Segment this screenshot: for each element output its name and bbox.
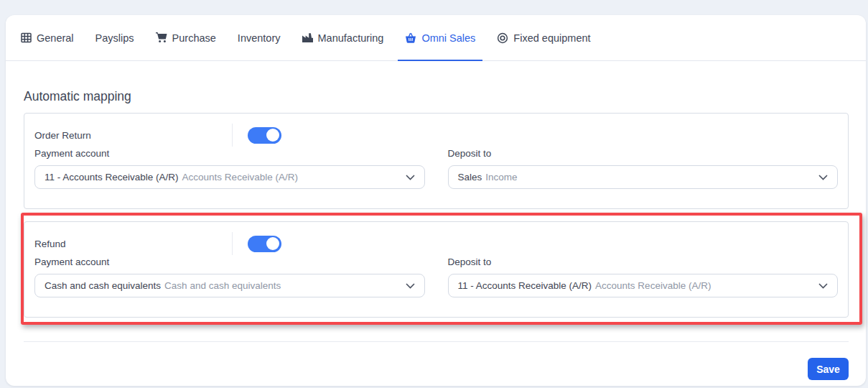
order-return-toggle[interactable] — [248, 127, 281, 144]
chevron-down-icon — [406, 283, 415, 289]
tab-label: General — [37, 32, 74, 44]
toggle-knob — [266, 237, 279, 250]
basket-icon — [405, 32, 416, 43]
select-secondary: Cash and cash equivalents — [164, 280, 281, 291]
select-secondary: Income — [485, 172, 517, 183]
refund-card-annotated-area: Refund Payment account Cash and cash equ… — [24, 221, 849, 318]
select-secondary: Accounts Receivable (A/R) — [595, 280, 711, 291]
tab-label: Fixed equipment — [513, 32, 590, 44]
payment-account-label: Payment account — [34, 148, 425, 159]
refund-toggle[interactable] — [248, 236, 281, 252]
payment-account-select[interactable]: Cash and cash equivalents Cash and cash … — [34, 274, 425, 297]
page-title: Automatic mapping — [24, 89, 849, 104]
tab-purchase[interactable]: Purchase — [149, 15, 223, 60]
payment-account-label: Payment account — [34, 257, 425, 267]
select-secondary: Accounts Receivable (A/R) — [182, 172, 298, 183]
tab-label: Payslips — [95, 32, 134, 44]
tab-label: Manufacturing — [318, 32, 384, 44]
deposit-to-select[interactable]: 11 - Accounts Receivable (A/R) Accounts … — [448, 274, 839, 297]
refund-card: Refund Payment account Cash and cash equ… — [24, 221, 849, 318]
factory-icon — [302, 32, 313, 43]
chevron-down-icon — [818, 175, 828, 180]
deposit-to-label: Deposit to — [448, 148, 839, 159]
toggle-knob — [266, 129, 279, 142]
cart-icon — [156, 32, 167, 43]
divider — [24, 341, 849, 342]
order-return-label: Order Return — [34, 130, 232, 141]
select-value: 11 - Accounts Receivable (A/R) — [458, 280, 592, 291]
tab-general[interactable]: General — [14, 15, 81, 60]
save-button[interactable]: Save — [808, 358, 849, 380]
tab-fixed-equipment[interactable]: Fixed equipment — [490, 15, 597, 60]
tab-inventory[interactable]: Inventory — [230, 15, 288, 60]
tab-omni-sales[interactable]: Omni Sales — [398, 15, 482, 60]
deposit-to-label: Deposit to — [448, 257, 839, 267]
settings-panel: General Payslips Purchase Inventory Manu… — [6, 15, 866, 386]
divider — [232, 124, 233, 147]
divider — [232, 232, 233, 255]
select-value: Sales — [458, 172, 482, 183]
refund-label: Refund — [34, 239, 232, 249]
select-value: 11 - Accounts Receivable (A/R) — [45, 172, 179, 183]
payment-account-select[interactable]: 11 - Accounts Receivable (A/R) Accounts … — [34, 165, 425, 189]
tab-label: Omni Sales — [421, 32, 475, 44]
target-icon — [497, 32, 508, 44]
tab-label: Inventory — [238, 32, 281, 44]
settings-tabbar: General Payslips Purchase Inventory Manu… — [6, 15, 866, 61]
select-value: Cash and cash equivalents — [45, 280, 161, 291]
table-grid-icon — [21, 32, 32, 43]
order-return-card: Order Return Payment account 11 - Accoun… — [24, 113, 849, 209]
omni-sales-settings: Automatic mapping Order Return Payment a… — [6, 89, 866, 380]
deposit-to-select[interactable]: Sales Income — [448, 165, 839, 189]
tab-manufacturing[interactable]: Manufacturing — [295, 15, 391, 60]
chevron-down-icon — [406, 175, 415, 180]
chevron-down-icon — [818, 283, 828, 289]
tab-payslips[interactable]: Payslips — [88, 15, 141, 60]
tab-label: Purchase — [172, 32, 216, 44]
